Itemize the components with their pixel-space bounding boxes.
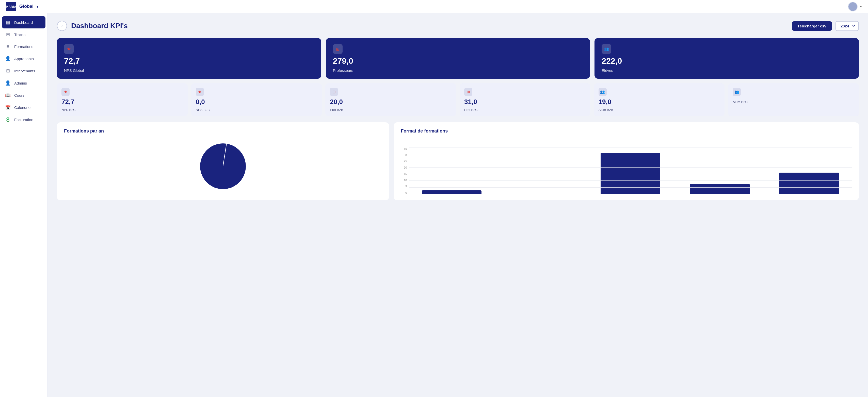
prof-b2b-value: 20,0 xyxy=(330,98,452,106)
kpi-card-professeurs: ⊞ 279,0 Professeurs xyxy=(326,38,590,79)
charts-row: Formations par an Format de formations xyxy=(57,122,859,200)
kpi-card-alum-b2b: 👥 19,0 Alum B2B xyxy=(594,83,725,116)
sidebar-item-dashboard[interactable]: ▦ Dashboard xyxy=(2,16,45,28)
kpi-card-alum-b2c: 👥 Alum B2C xyxy=(728,83,859,116)
year-select[interactable]: 2024 2023 2022 xyxy=(836,21,859,31)
avatar-image xyxy=(848,2,857,11)
bar-col-3 xyxy=(588,147,673,194)
nps-global-icon: ★ xyxy=(64,44,74,54)
sidebar-item-cours[interactable]: 📖 Cours xyxy=(0,89,48,101)
alum-b2c-label: Alum B2C xyxy=(733,100,854,104)
pie-chart-container xyxy=(64,138,382,194)
alum-b2b-value: 19,0 xyxy=(598,98,720,106)
nps-global-value: 72,7 xyxy=(64,56,314,66)
kpi-top-row: ★ 72,7 NPS Global ⊞ 279,0 Professeurs 👥 … xyxy=(57,38,859,79)
nps-b2b-label: NPS B2B xyxy=(196,108,317,112)
sidebar-item-label: Formations xyxy=(14,44,33,49)
eleves-icon: 👥 xyxy=(601,44,611,54)
page-title: Dashboard KPI's xyxy=(71,22,128,30)
topbar-caret-icon[interactable]: ▾ xyxy=(860,5,862,8)
sidebar-item-tracks[interactable]: ⊞ Tracks xyxy=(0,28,48,41)
sidebar-item-intervenants[interactable]: ⊟ Intervenants xyxy=(0,65,48,77)
sidebar-item-label: Dashboard xyxy=(14,20,33,25)
eleves-label: Élèves xyxy=(601,68,852,73)
kpi-card-nps-b2c: ★ 72,7 NPS B2C xyxy=(57,83,188,116)
kpi-bottom-row: ★ 72,7 NPS B2C ★ 0,0 NPS B2B ⊞ 20,0 Prof… xyxy=(57,83,859,116)
chart-format-title: Format de formations xyxy=(401,128,852,134)
kpi-card-eleves: 👥 222,0 Élèves xyxy=(594,38,859,79)
calendrier-icon: 📅 xyxy=(5,105,11,110)
professeurs-value: 279,0 xyxy=(333,56,583,66)
apprenants-icon: 👤 xyxy=(5,56,11,61)
kpi-card-prof-b2b: ⊞ 20,0 Prof B2B xyxy=(325,83,456,116)
alum-b2c-icon: 👥 xyxy=(733,88,741,96)
bar-col-1 xyxy=(409,147,494,194)
sidebar-item-calendrier[interactable]: 📅 Calendrier xyxy=(0,101,48,113)
prof-b2b-icon: ⊞ xyxy=(330,88,338,96)
facturation-icon: 💲 xyxy=(5,117,11,122)
back-button[interactable]: ‹ xyxy=(57,21,67,31)
prof-b2b-label: Prof B2B xyxy=(330,108,452,112)
sidebar-item-label: Facturation xyxy=(14,118,33,122)
bar-col-4 xyxy=(677,147,762,194)
sidebar-item-admins[interactable]: 👤 Admins xyxy=(0,77,48,89)
bar-y-axis: 35 30 25 20 15 10 5 0 xyxy=(401,147,407,194)
professeurs-label: Professeurs xyxy=(333,68,583,73)
alum-b2b-label: Alum B2B xyxy=(598,108,720,112)
bar-rect xyxy=(600,153,660,194)
bar-rect xyxy=(422,190,482,194)
cours-icon: 📖 xyxy=(5,92,11,98)
topbar-chevron-icon[interactable]: ▾ xyxy=(37,5,38,9)
topbar-right: ▾ xyxy=(848,2,862,11)
professeurs-icon: ⊞ xyxy=(333,44,343,54)
topbar: MARIA Global ▾ ▾ xyxy=(0,0,868,13)
sidebar-item-label: Tracks xyxy=(14,32,25,37)
sidebar-item-label: Apprenants xyxy=(14,57,34,61)
topbar-left: MARIA Global ▾ xyxy=(6,2,38,11)
sidebar-item-label: Intervenants xyxy=(14,69,35,73)
sidebar-item-facturation[interactable]: 💲 Facturation xyxy=(0,113,48,126)
topbar-title: Global xyxy=(19,4,33,9)
avatar[interactable] xyxy=(848,2,858,11)
kpi-card-nps-b2b: ★ 0,0 NPS B2B xyxy=(191,83,322,116)
nps-global-label: NPS Global xyxy=(64,68,314,73)
nps-b2c-value: 72,7 xyxy=(61,98,183,106)
kpi-card-prof-b2c: ⊞ 31,0 Prof B2C xyxy=(460,83,590,116)
kpi-card-nps-global: ★ 72,7 NPS Global xyxy=(57,38,321,79)
bar-col-5 xyxy=(767,147,852,194)
nps-b2c-label: NPS B2C xyxy=(61,108,183,112)
main-content: ‹ Dashboard KPI's Télécharger csv 2024 2… xyxy=(48,13,868,397)
eleves-value: 222,0 xyxy=(601,56,852,66)
alum-b2b-icon: 👥 xyxy=(598,88,607,96)
tracks-icon: ⊞ xyxy=(5,32,11,37)
prof-b2c-icon: ⊞ xyxy=(464,88,472,96)
sidebar-item-apprenants[interactable]: 👤 Apprenants xyxy=(0,53,48,65)
formations-icon: ≡ xyxy=(5,44,11,49)
bar-rect xyxy=(690,184,750,194)
sidebar-item-formations[interactable]: ≡ Formations xyxy=(0,41,48,53)
chart-format-formations: Format de formations 35 30 25 20 15 10 5… xyxy=(394,122,859,200)
sidebar-item-label: Admins xyxy=(14,81,27,85)
prof-b2c-label: Prof B2C xyxy=(464,108,586,112)
main-header-right: Télécharger csv 2024 2023 2022 xyxy=(792,21,859,31)
nps-b2c-icon: ★ xyxy=(61,88,70,96)
logo: MARIA xyxy=(6,2,16,11)
nps-b2b-icon: ★ xyxy=(196,88,204,96)
sidebar: ▦ Dashboard ⊞ Tracks ≡ Formations 👤 Appr… xyxy=(0,13,48,397)
dashboard-icon: ▦ xyxy=(5,20,11,25)
main-header-left: ‹ Dashboard KPI's xyxy=(57,21,128,31)
sidebar-item-label: Calendrier xyxy=(14,105,32,110)
bar-chart-wrapper: 35 30 25 20 15 10 5 0 xyxy=(401,138,852,194)
bar-rect xyxy=(511,194,571,194)
intervenants-icon: ⊟ xyxy=(5,68,11,74)
bar-col-2 xyxy=(498,147,584,194)
sidebar-item-label: Cours xyxy=(14,93,24,97)
nps-b2b-value: 0,0 xyxy=(196,98,317,106)
chart-formations-par-an: Formations par an xyxy=(57,122,389,200)
main-header: ‹ Dashboard KPI's Télécharger csv 2024 2… xyxy=(57,21,859,31)
download-csv-button[interactable]: Télécharger csv xyxy=(792,21,832,31)
layout: ▦ Dashboard ⊞ Tracks ≡ Formations 👤 Appr… xyxy=(0,13,868,397)
bar-chart-area xyxy=(409,147,852,194)
pie-chart-svg xyxy=(197,141,248,192)
chart-formations-title: Formations par an xyxy=(64,128,382,134)
